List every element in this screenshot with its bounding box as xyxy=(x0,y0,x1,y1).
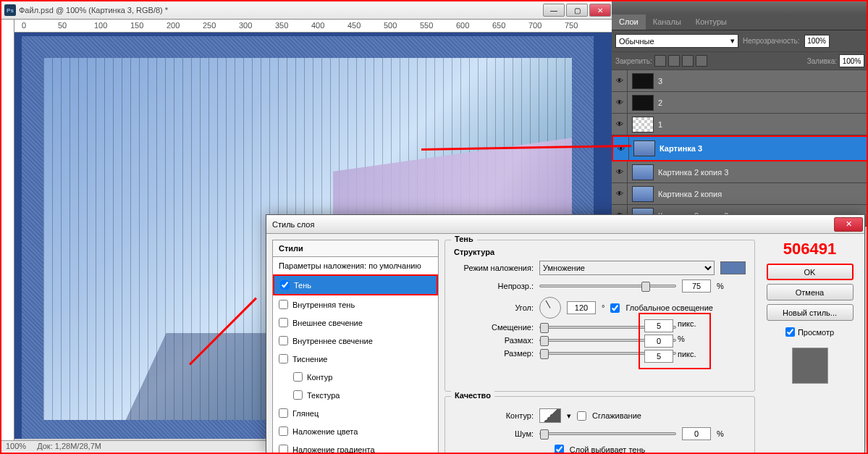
layer-thumbnail xyxy=(632,117,654,133)
titlebar: Ps Файл.psd @ 100% (Картинка 3, RGB/8) *… xyxy=(1,1,612,20)
preview-thumbnail xyxy=(792,348,828,384)
opacity-slider[interactable] xyxy=(539,285,676,287)
antialias-checkbox[interactable] xyxy=(577,411,586,421)
style-checkbox[interactable] xyxy=(279,408,288,418)
distance-input[interactable] xyxy=(644,319,673,332)
layer-name: Картинка 2 копия 3 xyxy=(658,168,728,177)
style-item[interactable]: Контур xyxy=(273,368,438,386)
tab-layers[interactable]: Слои xyxy=(612,14,646,30)
visibility-icon[interactable] xyxy=(612,92,628,113)
style-checkbox[interactable] xyxy=(279,445,288,454)
noise-input[interactable] xyxy=(682,427,711,440)
lock-move-icon[interactable] xyxy=(682,55,694,67)
visibility-icon[interactable] xyxy=(612,161,628,182)
style-checkbox[interactable] xyxy=(279,318,288,327)
layer-row[interactable]: Картинка 2 копия xyxy=(612,183,868,205)
tab-channels[interactable]: Каналы xyxy=(646,14,688,30)
ruler-horizontal: 0 50 100 150 200 250 300 350 400 450 500… xyxy=(14,20,612,33)
layer-row[interactable]: 3 xyxy=(612,70,868,92)
style-label: Тень xyxy=(294,281,311,290)
visibility-icon[interactable] xyxy=(612,70,628,91)
style-checkbox[interactable] xyxy=(279,354,288,363)
lock-label: Закрепить: xyxy=(615,57,652,65)
preview-checkbox[interactable] xyxy=(785,327,795,337)
layer-name: Картинка 2 копия xyxy=(658,190,722,198)
layer-name: 1 xyxy=(658,120,662,129)
layer-row[interactable]: 1 xyxy=(612,114,868,135)
layer-row[interactable]: Картинка 2 копия 3 xyxy=(612,161,868,183)
style-label: Внутреннее свечение xyxy=(292,337,373,345)
zoom-value: 100% xyxy=(6,442,26,450)
layer-row[interactable]: Картинка 3 xyxy=(612,135,868,161)
blend-mode-select[interactable]: Обычные▾ xyxy=(615,34,738,48)
styles-header: Стили xyxy=(272,240,439,257)
global-light-checkbox[interactable] xyxy=(610,303,620,313)
style-checkbox[interactable] xyxy=(293,372,303,382)
close-button[interactable]: ✕ xyxy=(589,4,611,17)
size-input[interactable] xyxy=(644,350,673,363)
style-checkbox[interactable] xyxy=(293,390,303,400)
style-checkbox[interactable] xyxy=(279,336,288,345)
window-title: Файл.psd @ 100% (Картинка 3, RGB/8) * xyxy=(19,6,542,14)
layer-style-dialog: Стиль слоя ✕ Стили Параметры наложения: … xyxy=(266,214,865,453)
style-label: Параметры наложения: по умолчанию xyxy=(279,261,421,270)
opacity-input[interactable] xyxy=(682,279,711,293)
section-shadow: Тень xyxy=(451,235,477,243)
tab-paths[interactable]: Контуры xyxy=(688,14,734,30)
style-item[interactable]: Наложение градиента xyxy=(273,440,438,454)
opacity-value[interactable]: 100% xyxy=(804,35,830,48)
style-item[interactable]: Внутреннее свечение xyxy=(273,332,438,350)
layer-name: Картинка 3 xyxy=(660,144,702,153)
lock-all-icon[interactable] xyxy=(696,55,707,67)
visibility-icon[interactable] xyxy=(613,137,629,160)
angle-input[interactable] xyxy=(567,301,596,314)
maximize-button[interactable]: ▢ xyxy=(566,4,588,17)
cancel-button[interactable]: Отмена xyxy=(767,284,854,300)
minimize-button[interactable]: — xyxy=(543,4,565,17)
ruler-vertical xyxy=(1,20,14,440)
lock-transparency-icon[interactable] xyxy=(654,55,666,67)
knockout-checkbox[interactable] xyxy=(555,445,564,454)
angle-label: Угол: xyxy=(454,303,534,312)
dialog-close-button[interactable]: ✕ xyxy=(834,217,863,232)
style-item[interactable]: Тиснение xyxy=(273,350,438,368)
section-quality: Качество xyxy=(451,391,494,400)
ok-button[interactable]: OK xyxy=(767,264,854,280)
layer-thumbnail xyxy=(632,95,654,111)
style-item[interactable]: Текстура xyxy=(273,386,438,404)
layer-thumbnail xyxy=(633,140,655,156)
opacity-label: Непрозр.: xyxy=(454,282,534,290)
doc-size: Док: 1,28M/28,7M xyxy=(37,442,101,450)
style-item[interactable]: Внешнее свечение xyxy=(273,314,438,332)
blend-mode-label: Режим наложения: xyxy=(454,264,534,272)
shadow-color-swatch[interactable] xyxy=(720,261,746,274)
style-label: Глянец xyxy=(292,409,319,418)
layer-name: 3 xyxy=(658,77,662,85)
spread-label: Размах: xyxy=(454,336,534,345)
layer-thumbnail xyxy=(632,164,654,180)
layer-thumbnail xyxy=(632,186,654,202)
style-item[interactable]: Глянец xyxy=(273,404,438,422)
visibility-icon[interactable] xyxy=(612,183,628,204)
style-checkbox[interactable] xyxy=(280,280,290,290)
spread-input[interactable] xyxy=(644,335,673,348)
lock-paint-icon[interactable] xyxy=(668,55,680,67)
style-checkbox[interactable] xyxy=(279,426,288,436)
fill-value[interactable]: 100% xyxy=(839,54,864,67)
style-item[interactable]: Внутренняя тень xyxy=(273,295,438,314)
visibility-icon[interactable] xyxy=(612,114,628,135)
layer-row[interactable]: 2 xyxy=(612,92,868,114)
angle-dial[interactable] xyxy=(539,297,561,319)
style-item[interactable]: Тень xyxy=(273,274,438,295)
style-checkbox[interactable] xyxy=(279,300,288,309)
contour-picker[interactable] xyxy=(539,408,561,423)
dialog-titlebar: Стиль слоя ✕ xyxy=(266,215,864,234)
ps-icon: Ps xyxy=(4,4,16,16)
watermark: 506491 xyxy=(783,240,836,258)
style-item[interactable]: Наложение цвета xyxy=(273,422,438,440)
style-item[interactable]: Параметры наложения: по умолчанию xyxy=(273,257,438,274)
blend-mode-select[interactable]: Умножение xyxy=(539,261,715,275)
noise-slider[interactable] xyxy=(539,432,676,435)
new-style-button[interactable]: Новый стиль... xyxy=(767,304,854,321)
section-structure: Структура xyxy=(454,248,746,256)
